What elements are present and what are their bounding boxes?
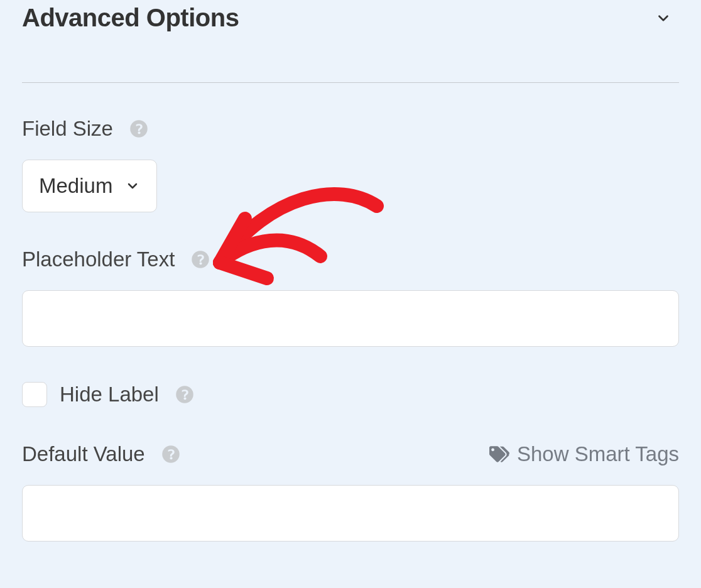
help-icon[interactable]	[129, 119, 148, 138]
section-title: Advanced Options	[22, 4, 239, 32]
placeholder-text-group: Placeholder Text	[22, 248, 679, 347]
help-icon[interactable]	[175, 385, 194, 404]
show-smart-tags-link[interactable]: Show Smart Tags	[489, 442, 679, 466]
field-size-value: Medium	[39, 174, 112, 198]
divider	[22, 82, 679, 83]
field-size-group: Field Size Medium	[22, 117, 679, 212]
field-size-label: Field Size	[22, 117, 113, 141]
field-size-select[interactable]: Medium	[22, 160, 157, 212]
chevron-down-icon	[655, 10, 671, 26]
placeholder-text-input[interactable]	[22, 290, 679, 347]
default-value-input[interactable]	[22, 485, 679, 542]
placeholder-text-label: Placeholder Text	[22, 248, 175, 271]
hide-label-row: Hide Label	[22, 382, 679, 407]
tags-icon	[489, 444, 509, 464]
help-icon[interactable]	[161, 445, 180, 464]
hide-label-text: Hide Label	[60, 383, 159, 406]
hide-label-checkbox[interactable]	[22, 382, 47, 407]
chevron-down-icon	[125, 178, 140, 193]
default-value-label: Default Value	[22, 442, 145, 466]
default-value-group: Default Value Show Smart Tags	[22, 442, 679, 542]
advanced-options-header[interactable]: Advanced Options	[22, 0, 679, 51]
help-icon[interactable]	[191, 250, 210, 269]
smart-tags-label: Show Smart Tags	[517, 442, 679, 466]
